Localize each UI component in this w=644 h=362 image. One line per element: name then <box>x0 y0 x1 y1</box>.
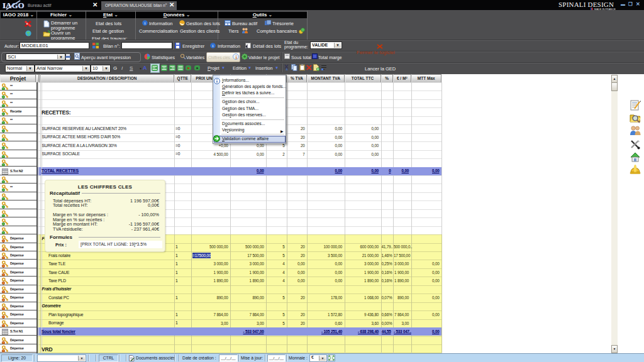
svg-text:i: i <box>213 43 214 48</box>
svg-text:i: i <box>145 21 146 26</box>
